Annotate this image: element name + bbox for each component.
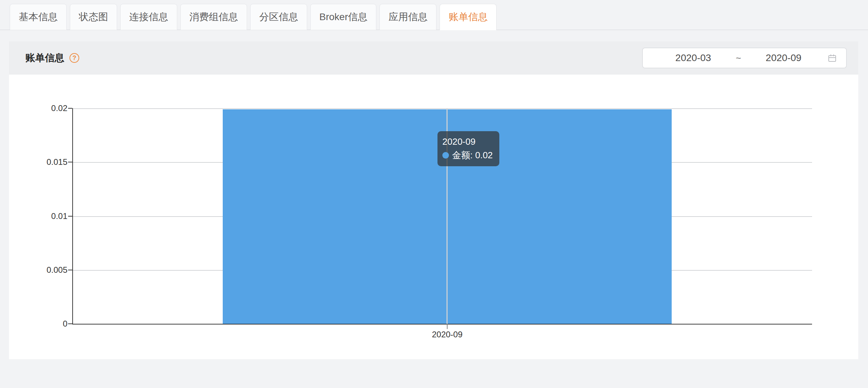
tab-label: 基本信息 xyxy=(19,10,58,24)
tooltip-value: 金额: 0.02 xyxy=(452,148,493,162)
billing-bar-chart: 0.02 0.015 0.01 0.005 0 2020-09 2020-09 … xyxy=(9,75,858,359)
y-axis-label: 0 xyxy=(19,319,67,329)
gridline-0-02 xyxy=(72,108,812,109)
tab-label: 账单信息 xyxy=(449,10,488,24)
tab-broker-info[interactable]: Broker信息 xyxy=(310,4,376,30)
tab-label: 连接信息 xyxy=(129,10,168,24)
tab-label: 消费组信息 xyxy=(189,10,238,24)
tab-partition-info[interactable]: 分区信息 xyxy=(250,4,307,30)
x-tick xyxy=(447,324,448,329)
series-marker-dot xyxy=(442,152,449,159)
y-axis-label: 0.015 xyxy=(19,157,67,167)
tab-connection-info[interactable]: 连接信息 xyxy=(120,4,177,30)
chart-tooltip: 2020-09 金额: 0.02 xyxy=(437,131,499,166)
x-axis-line xyxy=(72,324,812,324)
billing-chart-panel: 0.02 0.015 0.01 0.005 0 2020-09 2020-09 … xyxy=(9,75,858,359)
y-axis-label: 0.02 xyxy=(19,103,67,113)
y-axis-label: 0.01 xyxy=(19,211,67,221)
tab-application-info[interactable]: 应用信息 xyxy=(379,4,436,30)
tab-label: 应用信息 xyxy=(388,10,427,24)
tab-label: 状态图 xyxy=(79,10,108,24)
tab-status-chart[interactable]: 状态图 xyxy=(70,4,117,30)
help-glyph: ? xyxy=(73,54,76,62)
range-start-input[interactable]: 2020-03 xyxy=(664,52,723,64)
section-title-wrap: 账单信息 ? xyxy=(9,51,79,65)
tab-consumer-group-info[interactable]: 消费组信息 xyxy=(180,4,247,30)
y-tick xyxy=(68,270,72,270)
y-axis-line xyxy=(72,108,73,324)
y-tick xyxy=(68,108,72,109)
tab-billing-info[interactable]: 账单信息 xyxy=(440,4,497,30)
tab-label: Broker信息 xyxy=(319,10,367,24)
page-title: 账单信息 xyxy=(25,51,64,65)
billing-section-header: 账单信息 ? 2020-03 ~ 2020-09 xyxy=(9,41,858,75)
y-tick xyxy=(68,216,72,217)
tooltip-title: 2020-09 xyxy=(442,135,494,148)
calendar-icon[interactable] xyxy=(827,53,837,63)
tab-basic-info[interactable]: 基本信息 xyxy=(10,4,67,30)
tab-label: 分区信息 xyxy=(259,10,298,24)
y-tick xyxy=(68,162,72,162)
tabbar: 基本信息 状态图 连接信息 消费组信息 分区信息 Broker信息 应用信息 账… xyxy=(10,4,497,30)
x-axis-label: 2020-09 xyxy=(412,330,482,339)
y-axis-label: 0.005 xyxy=(19,265,67,275)
range-end-input[interactable]: 2020-09 xyxy=(754,52,813,64)
range-separator: ~ xyxy=(723,53,754,64)
month-range-picker[interactable]: 2020-03 ~ 2020-09 xyxy=(642,48,847,68)
y-tick xyxy=(68,323,72,324)
help-icon[interactable]: ? xyxy=(69,53,79,63)
